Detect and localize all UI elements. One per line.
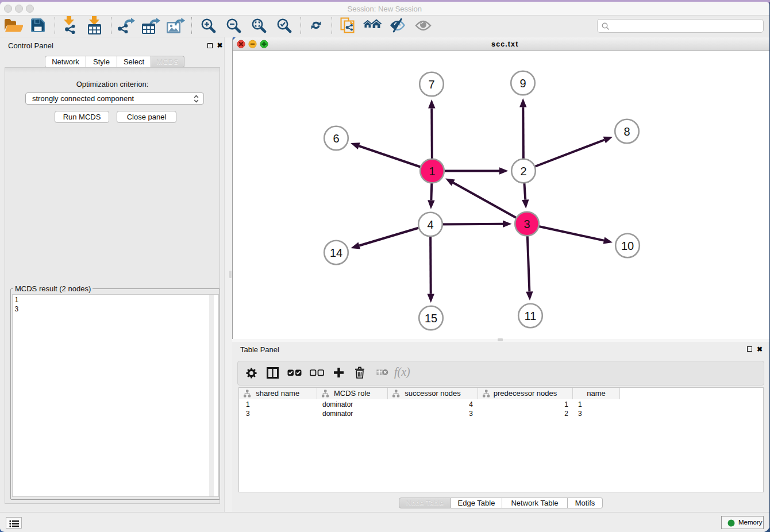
svg-text:14: 14 (330, 246, 342, 259)
svg-text:8: 8 (623, 125, 630, 137)
svg-text:6: 6 (333, 132, 339, 144)
svg-text:10: 10 (621, 239, 634, 252)
svg-text:3: 3 (523, 217, 530, 230)
svg-text:11: 11 (525, 309, 537, 322)
svg-text:2: 2 (520, 164, 526, 177)
svg-text:9: 9 (519, 76, 526, 89)
svg-text:1: 1 (429, 164, 435, 177)
svg-text:15: 15 (425, 311, 437, 324)
svg-text:4: 4 (427, 218, 433, 230)
svg-text:7: 7 (428, 78, 434, 90)
